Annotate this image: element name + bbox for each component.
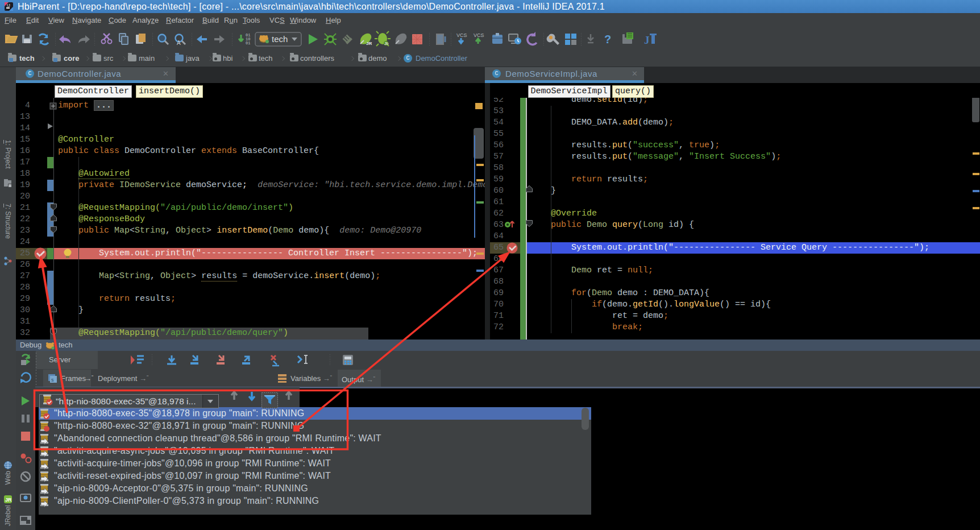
svg-text:JR: JR: [366, 41, 372, 46]
svg-text:s: s: [51, 377, 54, 383]
svg-text:?: ?: [604, 33, 611, 45]
svg-text:Jb: Jb: [384, 42, 389, 45]
svg-text:JR: JR: [5, 497, 12, 503]
svg-text:A: A: [177, 40, 181, 46]
svg-text:VCS: VCS: [474, 32, 484, 38]
svg-text:IJ: IJ: [7, 3, 10, 7]
svg-text:VCS: VCS: [456, 32, 467, 38]
svg-text:J: J: [644, 34, 650, 46]
svg-text:tech: tech: [272, 34, 288, 44]
svg-text:01: 01: [246, 41, 250, 45]
